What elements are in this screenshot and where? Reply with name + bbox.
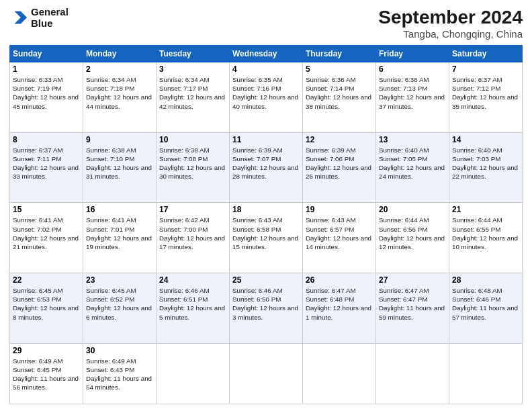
table-cell: 5Sunrise: 6:36 AMSunset: 7:14 PMDaylight… bbox=[303, 62, 376, 133]
table-cell: 27Sunrise: 6:47 AMSunset: 6:47 PMDayligh… bbox=[376, 273, 449, 344]
day-number: 12 bbox=[306, 135, 373, 144]
table-cell: 13Sunrise: 6:40 AMSunset: 7:05 PMDayligh… bbox=[376, 132, 449, 203]
day-info: Sunrise: 6:36 AMSunset: 7:13 PMDaylight:… bbox=[379, 75, 446, 111]
header: General Blue September 2024 Tangba, Chon… bbox=[9, 7, 523, 40]
table-cell: 23Sunrise: 6:45 AMSunset: 6:52 PMDayligh… bbox=[83, 273, 157, 344]
day-number: 20 bbox=[379, 205, 446, 214]
day-info: Sunrise: 6:43 AMSunset: 6:58 PMDaylight:… bbox=[232, 216, 300, 251]
table-cell bbox=[303, 343, 376, 404]
day-info: Sunrise: 6:44 AMSunset: 6:56 PMDaylight:… bbox=[379, 216, 446, 251]
table-cell: 8Sunrise: 6:37 AMSunset: 7:11 PMDaylight… bbox=[10, 132, 83, 203]
day-number: 16 bbox=[86, 205, 153, 214]
day-info: Sunrise: 6:47 AMSunset: 6:47 PMDaylight:… bbox=[379, 286, 446, 322]
day-info: Sunrise: 6:40 AMSunset: 7:03 PMDaylight:… bbox=[452, 146, 519, 181]
day-info: Sunrise: 6:41 AMSunset: 7:01 PMDaylight:… bbox=[86, 216, 153, 251]
header-saturday: Saturday bbox=[449, 46, 523, 62]
day-info: Sunrise: 6:38 AMSunset: 7:10 PMDaylight:… bbox=[86, 146, 153, 181]
day-info: Sunrise: 6:46 AMSunset: 6:51 PMDaylight:… bbox=[159, 286, 226, 322]
logo-line1: General bbox=[31, 7, 69, 18]
table-cell: 3Sunrise: 6:34 AMSunset: 7:17 PMDaylight… bbox=[157, 62, 230, 133]
logo-text: General Blue bbox=[31, 7, 69, 29]
day-info: Sunrise: 6:38 AMSunset: 7:08 PMDaylight:… bbox=[159, 146, 226, 181]
calendar-row: 29Sunrise: 6:49 AMSunset: 6:45 PMDayligh… bbox=[10, 343, 523, 404]
table-cell: 6Sunrise: 6:36 AMSunset: 7:13 PMDaylight… bbox=[376, 62, 449, 133]
location-title: Tangba, Chongqing, China bbox=[378, 28, 523, 40]
header-tuesday: Tuesday bbox=[157, 46, 230, 62]
header-thursday: Thursday bbox=[303, 46, 376, 62]
table-cell: 12Sunrise: 6:39 AMSunset: 7:06 PMDayligh… bbox=[303, 132, 376, 203]
day-number: 21 bbox=[452, 205, 519, 214]
day-number: 23 bbox=[86, 275, 153, 285]
day-number: 5 bbox=[306, 64, 373, 74]
day-number: 26 bbox=[306, 275, 373, 285]
day-number: 2 bbox=[86, 64, 153, 74]
table-cell: 29Sunrise: 6:49 AMSunset: 6:45 PMDayligh… bbox=[10, 343, 83, 404]
table-cell: 11Sunrise: 6:39 AMSunset: 7:07 PMDayligh… bbox=[230, 132, 303, 203]
table-cell: 7Sunrise: 6:37 AMSunset: 7:12 PMDaylight… bbox=[449, 62, 523, 133]
table-cell: 9Sunrise: 6:38 AMSunset: 7:10 PMDaylight… bbox=[83, 132, 157, 203]
day-info: Sunrise: 6:41 AMSunset: 7:02 PMDaylight:… bbox=[13, 216, 80, 251]
table-cell: 30Sunrise: 6:49 AMSunset: 6:43 PMDayligh… bbox=[83, 343, 157, 404]
table-cell: 15Sunrise: 6:41 AMSunset: 7:02 PMDayligh… bbox=[10, 203, 83, 273]
day-number: 3 bbox=[159, 64, 226, 74]
calendar-row: 1Sunrise: 6:33 AMSunset: 7:19 PMDaylight… bbox=[10, 62, 523, 133]
table-cell bbox=[230, 343, 303, 404]
calendar-row: 22Sunrise: 6:45 AMSunset: 6:53 PMDayligh… bbox=[10, 273, 523, 344]
calendar-row: 8Sunrise: 6:37 AMSunset: 7:11 PMDaylight… bbox=[10, 132, 523, 203]
table-cell: 26Sunrise: 6:47 AMSunset: 6:48 PMDayligh… bbox=[303, 273, 376, 344]
day-info: Sunrise: 6:33 AMSunset: 7:19 PMDaylight:… bbox=[13, 75, 80, 111]
header-sunday: Sunday bbox=[10, 46, 83, 62]
logo: General Blue bbox=[9, 7, 69, 29]
day-info: Sunrise: 6:40 AMSunset: 7:05 PMDaylight:… bbox=[379, 146, 446, 181]
calendar-row: 15Sunrise: 6:41 AMSunset: 7:02 PMDayligh… bbox=[10, 203, 523, 273]
day-info: Sunrise: 6:49 AMSunset: 6:43 PMDaylight:… bbox=[86, 357, 153, 392]
day-number: 27 bbox=[379, 275, 446, 285]
day-info: Sunrise: 6:35 AMSunset: 7:16 PMDaylight:… bbox=[232, 75, 300, 111]
day-number: 7 bbox=[452, 64, 519, 74]
table-cell: 16Sunrise: 6:41 AMSunset: 7:01 PMDayligh… bbox=[83, 203, 157, 273]
day-info: Sunrise: 6:39 AMSunset: 7:06 PMDaylight:… bbox=[306, 146, 373, 181]
table-cell: 25Sunrise: 6:46 AMSunset: 6:50 PMDayligh… bbox=[230, 273, 303, 344]
day-number: 6 bbox=[379, 64, 446, 74]
day-number: 9 bbox=[86, 135, 153, 144]
day-number: 8 bbox=[13, 135, 80, 144]
calendar-table: Sunday Monday Tuesday Wednesday Thursday… bbox=[9, 45, 523, 404]
day-info: Sunrise: 6:34 AMSunset: 7:17 PMDaylight:… bbox=[159, 75, 226, 111]
day-info: Sunrise: 6:37 AMSunset: 7:12 PMDaylight:… bbox=[452, 75, 519, 111]
day-number: 1 bbox=[13, 64, 80, 74]
calendar-page: General Blue September 2024 Tangba, Chon… bbox=[0, 0, 532, 411]
header-wednesday: Wednesday bbox=[230, 46, 303, 62]
day-number: 14 bbox=[452, 135, 519, 144]
table-cell bbox=[376, 343, 449, 404]
table-cell: 24Sunrise: 6:46 AMSunset: 6:51 PMDayligh… bbox=[157, 273, 230, 344]
logo-icon bbox=[9, 9, 28, 28]
table-cell: 18Sunrise: 6:43 AMSunset: 6:58 PMDayligh… bbox=[230, 203, 303, 273]
table-cell: 2Sunrise: 6:34 AMSunset: 7:18 PMDaylight… bbox=[83, 62, 157, 133]
day-number: 10 bbox=[159, 135, 226, 144]
day-info: Sunrise: 6:48 AMSunset: 6:46 PMDaylight:… bbox=[452, 286, 519, 322]
day-number: 29 bbox=[13, 346, 80, 355]
day-info: Sunrise: 6:46 AMSunset: 6:50 PMDaylight:… bbox=[232, 286, 300, 322]
day-number: 19 bbox=[306, 205, 373, 214]
table-cell: 22Sunrise: 6:45 AMSunset: 6:53 PMDayligh… bbox=[10, 273, 83, 344]
day-number: 15 bbox=[13, 205, 80, 214]
table-cell: 10Sunrise: 6:38 AMSunset: 7:08 PMDayligh… bbox=[157, 132, 230, 203]
table-cell: 28Sunrise: 6:48 AMSunset: 6:46 PMDayligh… bbox=[449, 273, 523, 344]
header-monday: Monday bbox=[83, 46, 157, 62]
table-cell: 4Sunrise: 6:35 AMSunset: 7:16 PMDaylight… bbox=[230, 62, 303, 133]
day-number: 13 bbox=[379, 135, 446, 144]
day-info: Sunrise: 6:44 AMSunset: 6:55 PMDaylight:… bbox=[452, 216, 519, 251]
day-number: 22 bbox=[13, 275, 80, 285]
day-info: Sunrise: 6:45 AMSunset: 6:52 PMDaylight:… bbox=[86, 286, 153, 322]
weekday-header-row: Sunday Monday Tuesday Wednesday Thursday… bbox=[10, 46, 523, 62]
day-number: 17 bbox=[159, 205, 226, 214]
table-cell bbox=[449, 343, 523, 404]
day-info: Sunrise: 6:47 AMSunset: 6:48 PMDaylight:… bbox=[306, 286, 373, 322]
header-friday: Friday bbox=[376, 46, 449, 62]
day-info: Sunrise: 6:34 AMSunset: 7:18 PMDaylight:… bbox=[86, 75, 153, 111]
day-number: 25 bbox=[232, 275, 300, 285]
day-number: 24 bbox=[159, 275, 226, 285]
logo-line2: Blue bbox=[31, 18, 69, 30]
table-cell: 20Sunrise: 6:44 AMSunset: 6:56 PMDayligh… bbox=[376, 203, 449, 273]
month-title: September 2024 bbox=[378, 7, 523, 28]
